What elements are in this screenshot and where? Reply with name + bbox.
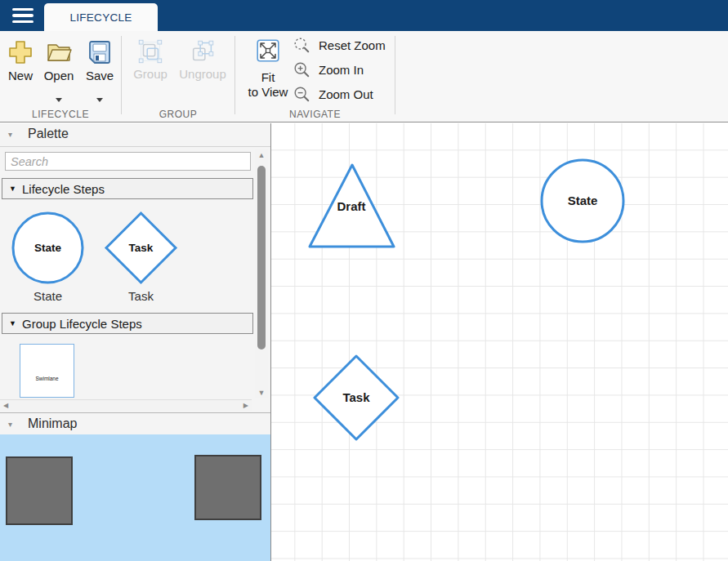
- save-disk-icon: [85, 38, 114, 67]
- section-collapse-icon[interactable]: ▼: [9, 185, 16, 193]
- open-button[interactable]: Open: [40, 38, 78, 82]
- group-button-label: Group: [127, 67, 174, 81]
- lifecycle-designer-app: LIFECYCLE DESIGNER New Open: [0, 0, 728, 561]
- group-icon: [136, 38, 164, 65]
- section-header-group-lifecycle-steps[interactable]: ▼ Group Lifecycle Steps: [2, 313, 253, 334]
- palette-vertical-scrollbar[interactable]: ▲ ▼: [255, 149, 268, 398]
- task-diamond-shape: Task: [104, 211, 178, 285]
- palette-item-task[interactable]: Task: [104, 211, 178, 288]
- zoom-in-label: Zoom In: [319, 63, 364, 77]
- minimap-node: [6, 456, 73, 525]
- tab-lifecycle-designer[interactable]: LIFECYCLE DESIGNER: [44, 3, 158, 31]
- new-button[interactable]: New: [2, 38, 39, 82]
- fit-to-view-button[interactable]: Fit to View: [245, 39, 291, 100]
- fit-to-view-icon: [257, 39, 279, 62]
- diagram-canvas[interactable]: Draft State Task: [270, 123, 728, 561]
- zoom-in-button[interactable]: Zoom In: [293, 60, 395, 79]
- palette-header[interactable]: ▾ Palette: [0, 123, 270, 147]
- ribbon-section-label-navigate: NAVIGATE: [235, 109, 395, 120]
- group-button[interactable]: Group: [127, 38, 174, 81]
- open-dropdown-caret[interactable]: [40, 98, 78, 102]
- zoom-in-icon: [293, 60, 310, 78]
- ungroup-button-label: Ungroup: [174, 67, 231, 81]
- minimap-title: Minimap: [28, 416, 77, 431]
- palette-item-caption-task: Task: [104, 289, 178, 303]
- minimap-node: [194, 455, 261, 520]
- state-circle-shape: State: [11, 211, 85, 285]
- palette-collapse-icon[interactable]: ▾: [8, 130, 12, 139]
- hamburger-bar: [12, 8, 33, 11]
- open-button-label: Open: [40, 69, 78, 82]
- new-plus-icon: [6, 38, 35, 67]
- palette-horizontal-scrollbar[interactable]: ◀ ▶: [0, 399, 252, 411]
- reset-zoom-button[interactable]: Reset Zoom: [293, 35, 395, 55]
- hamburger-menu-icon[interactable]: [12, 8, 35, 23]
- ribbon-section-group: Group Ungroup GROUP: [122, 31, 234, 122]
- canvas-shapes: Draft State Task: [271, 123, 728, 561]
- hamburger-bar: [12, 14, 33, 16]
- scroll-left-icon[interactable]: ◀: [3, 402, 8, 409]
- ribbon-section-label-group: GROUP: [122, 109, 234, 120]
- swimlane-shape-text: Swimlane: [20, 376, 74, 381]
- task-shape-text: Task: [129, 242, 154, 254]
- state-shape-text: State: [34, 242, 62, 254]
- ungroup-button[interactable]: Ungroup: [174, 38, 231, 81]
- reset-zoom-icon: [293, 36, 310, 54]
- palette-title: Palette: [28, 127, 69, 141]
- hamburger-bar: [12, 20, 33, 23]
- reset-zoom-label: Reset Zoom: [319, 38, 386, 52]
- save-button-label: Save: [81, 69, 118, 82]
- scroll-right-icon[interactable]: ▶: [243, 402, 248, 409]
- canvas-shape-state-circle[interactable]: State: [542, 160, 623, 242]
- section-collapse-icon[interactable]: ▼: [9, 319, 16, 327]
- zoom-out-button[interactable]: Zoom Out: [293, 84, 395, 104]
- ribbon-section-lifecycle: New Open Save LIFECYCLE: [0, 31, 121, 122]
- palette-item-caption-state: State: [11, 289, 85, 303]
- minimap-view[interactable]: [0, 434, 270, 561]
- ribbon-section-label-lifecycle: LIFECYCLE: [0, 109, 121, 120]
- minimap-collapse-icon[interactable]: ▾: [8, 420, 12, 429]
- fit-to-view-label-line2: to View: [245, 85, 291, 100]
- save-dropdown-caret[interactable]: [81, 98, 118, 102]
- palette-search-input[interactable]: [5, 152, 251, 171]
- task-shape-label: Task: [342, 390, 370, 404]
- open-folder-icon: [44, 38, 74, 67]
- zoom-out-label: Zoom Out: [319, 87, 373, 101]
- scroll-up-icon[interactable]: ▲: [255, 151, 268, 159]
- canvas-shape-task-diamond[interactable]: Task: [315, 356, 398, 439]
- section-header-lifecycle-steps[interactable]: ▼ Lifecycle Steps: [2, 178, 253, 199]
- palette-item-swimlane[interactable]: Swimlane: [20, 344, 74, 398]
- scroll-down-icon[interactable]: ▼: [255, 389, 268, 397]
- ungroup-icon: [189, 38, 217, 65]
- ribbon-toolstrip: New Open Save LIFECYCLE: [0, 31, 728, 122]
- save-button[interactable]: Save: [81, 38, 118, 82]
- vertical-scrollbar-thumb[interactable]: [257, 166, 266, 350]
- minimap-header[interactable]: ▾ Minimap: [0, 412, 270, 434]
- section-title: Lifecycle Steps: [22, 182, 105, 196]
- titlebar: LIFECYCLE DESIGNER: [0, 0, 728, 31]
- draft-shape-label: Draft: [337, 199, 365, 213]
- section-title: Group Lifecycle Steps: [22, 317, 142, 331]
- ribbon-section-navigate: Fit to View Reset Zoom Zoom In: [235, 31, 395, 122]
- fit-to-view-label-line1: Fit: [245, 70, 291, 85]
- canvas-shape-draft-triangle[interactable]: Draft: [310, 165, 394, 247]
- palette-item-state[interactable]: State: [11, 211, 85, 288]
- new-button-label: New: [2, 69, 39, 82]
- state-shape-label: State: [568, 194, 598, 207]
- left-panel: ▾ Palette ▼ Lifecycle Steps State Task S…: [0, 123, 270, 561]
- zoom-out-icon: [293, 85, 310, 103]
- ribbon-separator: [395, 36, 395, 114]
